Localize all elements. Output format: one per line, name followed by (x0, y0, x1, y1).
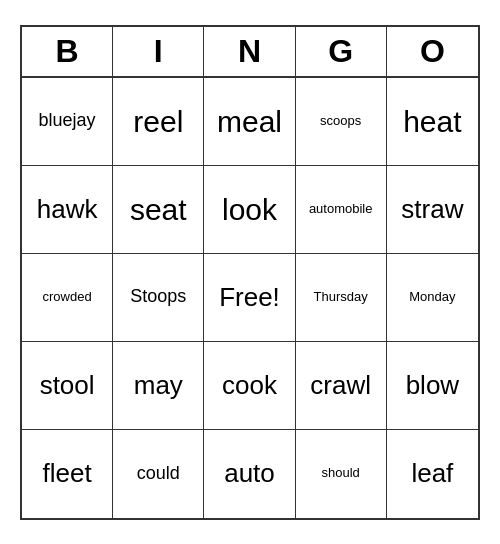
bingo-cell-4[interactable]: heat (387, 78, 478, 166)
cell-text-23: should (322, 466, 360, 480)
bingo-cell-6[interactable]: seat (113, 166, 204, 254)
bingo-cell-12[interactable]: Free! (204, 254, 295, 342)
header-letter-n: N (204, 27, 295, 76)
cell-text-18: crawl (310, 371, 371, 400)
bingo-cell-20[interactable]: fleet (22, 430, 113, 518)
bingo-cell-24[interactable]: leaf (387, 430, 478, 518)
cell-text-17: cook (222, 371, 277, 400)
bingo-cell-5[interactable]: hawk (22, 166, 113, 254)
bingo-cell-1[interactable]: reel (113, 78, 204, 166)
cell-text-24: leaf (411, 459, 453, 488)
bingo-cell-7[interactable]: look (204, 166, 295, 254)
cell-text-22: auto (224, 459, 275, 488)
cell-text-10: crowded (43, 290, 92, 304)
bingo-cell-18[interactable]: crawl (296, 342, 387, 430)
bingo-cell-16[interactable]: may (113, 342, 204, 430)
bingo-cell-0[interactable]: bluejay (22, 78, 113, 166)
cell-text-20: fleet (43, 459, 92, 488)
cell-text-14: Monday (409, 290, 455, 304)
bingo-card: BINGO bluejayreelmealscoopsheathawkseatl… (20, 25, 480, 520)
bingo-cell-3[interactable]: scoops (296, 78, 387, 166)
cell-text-12: Free! (219, 283, 280, 312)
header-letter-o: O (387, 27, 478, 76)
header-letter-b: B (22, 27, 113, 76)
cell-text-19: blow (406, 371, 459, 400)
bingo-cell-11[interactable]: Stoops (113, 254, 204, 342)
bingo-cell-22[interactable]: auto (204, 430, 295, 518)
header-letter-g: G (296, 27, 387, 76)
cell-text-2: meal (217, 105, 282, 138)
bingo-cell-15[interactable]: stool (22, 342, 113, 430)
bingo-cell-21[interactable]: could (113, 430, 204, 518)
cell-text-15: stool (40, 371, 95, 400)
cell-text-6: seat (130, 193, 187, 226)
bingo-header: BINGO (22, 27, 478, 78)
cell-text-21: could (137, 464, 180, 484)
bingo-cell-17[interactable]: cook (204, 342, 295, 430)
cell-text-4: heat (403, 105, 461, 138)
cell-text-5: hawk (37, 195, 98, 224)
cell-text-0: bluejay (39, 111, 96, 131)
bingo-cell-19[interactable]: blow (387, 342, 478, 430)
bingo-grid: bluejayreelmealscoopsheathawkseatlookaut… (22, 78, 478, 518)
cell-text-7: look (222, 193, 277, 226)
bingo-cell-8[interactable]: automobile (296, 166, 387, 254)
cell-text-1: reel (133, 105, 183, 138)
bingo-cell-9[interactable]: straw (387, 166, 478, 254)
bingo-cell-14[interactable]: Monday (387, 254, 478, 342)
bingo-cell-10[interactable]: crowded (22, 254, 113, 342)
bingo-cell-2[interactable]: meal (204, 78, 295, 166)
cell-text-13: Thursday (314, 290, 368, 304)
cell-text-3: scoops (320, 114, 361, 128)
cell-text-16: may (134, 371, 183, 400)
header-letter-i: I (113, 27, 204, 76)
bingo-cell-23[interactable]: should (296, 430, 387, 518)
cell-text-9: straw (401, 195, 463, 224)
cell-text-11: Stoops (130, 287, 186, 307)
bingo-cell-13[interactable]: Thursday (296, 254, 387, 342)
cell-text-8: automobile (309, 202, 373, 216)
